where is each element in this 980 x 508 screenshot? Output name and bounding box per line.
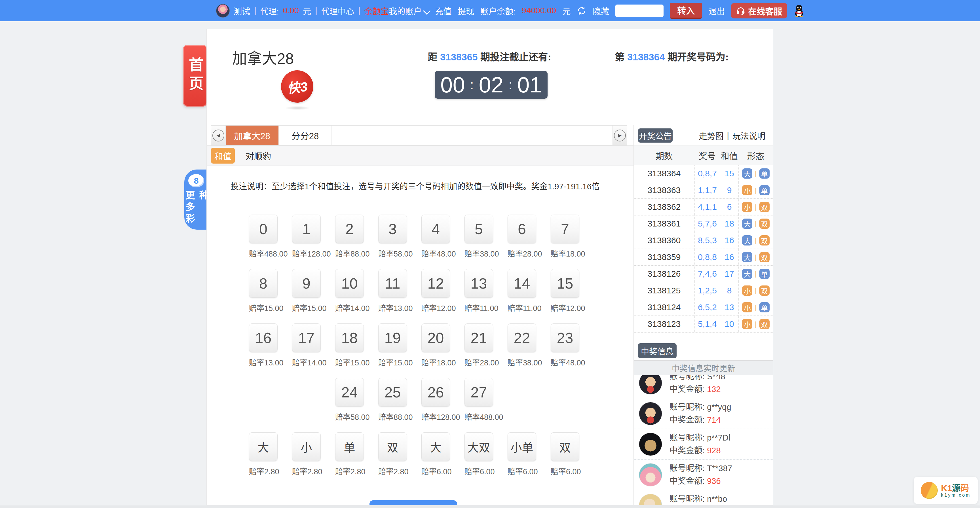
home-button[interactable]: 首页 [183,45,207,106]
logout-link[interactable]: 退出 [708,5,725,17]
yuebao-link[interactable]: 余额宝 [364,5,389,17]
bet-type-button[interactable]: 大 [422,432,450,461]
bet-type-button[interactable]: 小 [292,432,321,461]
odds-label: 赔率88.00 [335,248,364,259]
my-account-menu[interactable]: 我的账户 [389,5,429,17]
bet-number-button[interactable]: 26 [422,378,450,406]
bet-number-button[interactable]: 23 [551,324,579,352]
bet-number-button[interactable]: 1 [292,214,321,243]
bet-cell: 单赔率2.80 [335,432,364,476]
issue-number: 3138359 [634,252,694,262]
bet-number-button[interactable]: 25 [378,378,407,406]
tab-scroll-right-button[interactable]: ▶ [612,125,627,145]
recharge-link[interactable]: 充值 [435,5,452,17]
shape-cell: 大|单 [738,266,773,282]
more-lottery-button[interactable]: 8 更多彩种 [184,170,208,230]
subtab-duishunbao[interactable]: 对顺豹 [245,149,271,162]
user-avatar[interactable] [216,4,230,17]
bet-number-button[interactable]: 15 [551,269,579,298]
tab-jianada28[interactable]: 加拿大28 [226,125,279,145]
bet-cell: 双赔率2.80 [378,432,407,476]
bet-cell: 双赔率6.00 [551,432,579,476]
bet-type-button[interactable]: 大 [249,432,278,461]
bet-number-button[interactable]: 10 [335,269,364,298]
bet-type-button[interactable]: 大双 [465,432,493,461]
issue-number: 3138126 [634,269,694,279]
transfer-button[interactable]: 转入 [670,3,702,19]
bet-number-button[interactable]: 19 [378,324,407,352]
refresh-icon[interactable] [577,6,586,16]
trend-chart-link[interactable]: 走势图 [699,130,723,141]
bet-number-button[interactable]: 14 [508,269,536,298]
logo-shadow [285,106,310,110]
winner-amount: 928 [707,446,721,455]
bet-number-button[interactable]: 11 [378,269,407,298]
yuan-label: 元 [562,5,571,17]
subtab-hezhi[interactable]: 和值 [211,148,235,164]
rules-link[interactable]: 玩法说明 [732,130,765,141]
separator: | [755,170,757,178]
bet-number-button[interactable]: 8 [249,269,278,298]
odds-label: 赔率2.80 [378,465,407,476]
bet-number-button[interactable]: 5 [465,214,493,243]
customer-service-button[interactable]: 在线客服 [731,3,787,18]
bet-cell: 21赔率28.00 [465,324,493,368]
issue-number: 3138364 [634,169,694,178]
winner-avatar [639,463,662,486]
submit-bet-button[interactable] [369,500,457,505]
bet-cell: 13赔率11.00 [465,269,493,313]
winner-avatar [639,375,662,395]
bet-number-button[interactable]: 21 [465,324,493,352]
tab-scroll-left-button[interactable]: ◀ [211,125,226,145]
tab-fenfen28[interactable]: 分分28 [279,125,332,145]
result-row: 31383624,1,16小|双 [634,199,773,216]
sum-value: 16 [720,249,738,265]
winner-avatar [639,402,662,425]
odds-label: 赔率11.00 [465,302,493,313]
bet-number-button[interactable]: 9 [292,269,321,298]
bet-type-button[interactable]: 双 [378,432,407,461]
bet-number-button[interactable]: 3 [378,214,407,243]
winners-list-viewport[interactable]: 账号昵称: S**l8中奖金额: 132账号昵称: g**yqg中奖金额: 71… [634,375,773,505]
bet-cell: 小单赔率6.00 [508,432,536,476]
shape-cell: 大|单 [738,165,773,182]
separator: | [755,203,757,211]
bet-row: 8赔率15.009赔率15.0010赔率14.0011赔率13.0012赔率12… [249,269,579,313]
issue-number: 3138123 [634,319,694,329]
bet-type-button[interactable]: 双 [551,432,579,461]
countdown-timer: 00:02:01 [435,71,547,98]
bet-number-button[interactable]: 0 [249,214,278,243]
bet-number-button[interactable]: 13 [465,269,493,298]
results-panel: 开奖公告 走势图 | 玩法说明 期数 奖号 和值 形态 31383640,8,7… [633,125,773,505]
odds-label: 赔率14.00 [335,302,364,313]
bet-type-button[interactable]: 小单 [508,432,536,461]
separator: | [315,6,317,15]
bet-cell: 26赔率128.00 [422,378,450,422]
withdraw-link[interactable]: 提现 [458,5,474,17]
bet-number-button[interactable]: 16 [249,324,278,352]
transfer-amount-input[interactable] [615,5,663,17]
odds-label: 赔率128.00 [422,411,450,422]
agent-center-link[interactable]: 代理中心 [321,5,354,17]
bet-number-button[interactable]: 27 [465,378,493,406]
bet-number-button[interactable]: 4 [422,214,450,243]
bet-number-button[interactable]: 6 [508,214,536,243]
bet-number-button[interactable]: 20 [422,324,450,352]
sum-value: 9 [720,182,738,198]
bet-type-button[interactable]: 单 [335,432,364,461]
bet-number-button[interactable]: 7 [551,214,579,243]
winner-nickname: g**yqg [707,403,731,412]
hide-balance-toggle[interactable]: 隐藏 [593,5,609,17]
bet-number-button[interactable]: 2 [335,214,364,243]
bet-number-button[interactable]: 24 [335,378,364,406]
bet-number-button[interactable]: 18 [335,324,364,352]
separator: | [755,320,757,328]
bet-number-button[interactable]: 12 [422,269,450,298]
betting-instruction: 投注说明：至少选择1个和值投注，选号与开奖的三个号码相加的数值一致即中奖。奖金1… [207,180,624,192]
balance-label: 账户余额: [480,5,515,17]
left-arrow-icon: ◀ [212,130,224,141]
bet-number-button[interactable]: 22 [508,324,536,352]
qq-penguin-icon[interactable] [794,4,805,17]
bet-number-button[interactable]: 17 [292,324,321,352]
top-bar: 测试 | 代理: 0.00 元 | 代理中心 | 余额宝 我的账户 充值 提现 … [0,0,980,21]
